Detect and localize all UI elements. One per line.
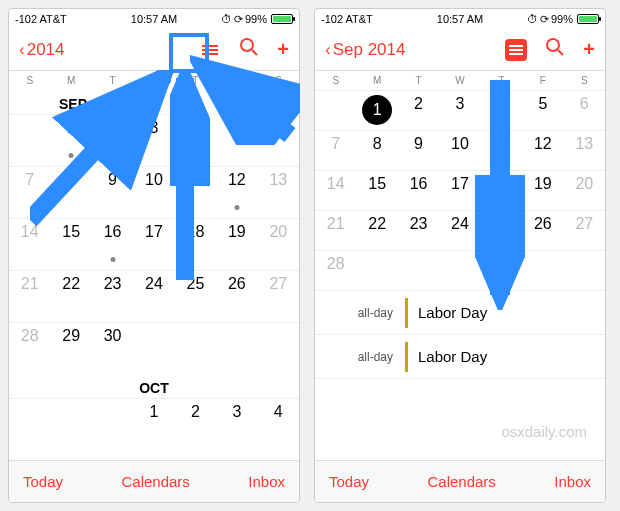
status-time: 10:57 AM <box>131 13 177 25</box>
dow-label: S <box>564 75 605 86</box>
calendar-day-cell[interactable]: 27 <box>258 270 299 322</box>
event-row[interactable]: all-dayLabor Day <box>315 291 605 335</box>
status-time: 10:57 AM <box>437 13 483 25</box>
calendar-day-cell[interactable]: 12 <box>522 130 563 170</box>
calendar-day-cell[interactable]: 12 <box>216 166 257 218</box>
calendar-grid-oct[interactable]: 1234 <box>9 398 299 438</box>
today-button[interactable]: Today <box>23 473 63 490</box>
calendar-day-cell[interactable]: 27 <box>564 210 605 250</box>
calendar-day-cell[interactable]: 7 <box>315 130 356 170</box>
calendar-day-cell[interactable]: 2 <box>398 90 439 130</box>
list-view-toggle[interactable] <box>505 39 527 61</box>
event-row[interactable]: all-dayLabor Day <box>315 335 605 379</box>
calendar-day-cell <box>9 398 50 438</box>
calendar-day-cell <box>216 322 257 374</box>
dow-label: M <box>356 75 397 86</box>
event-allday-label: all-day <box>315 350 405 364</box>
calendar-day-cell[interactable]: 5 <box>522 90 563 130</box>
calendar-day-cell[interactable]: 20 <box>564 170 605 210</box>
calendar-grid[interactable]: 1234567891011121314151617181920212223242… <box>315 90 605 290</box>
status-bar: -102 AT&T 10:57 AM ⏱ ⟳ 99% <box>9 9 299 29</box>
calendar-day-cell[interactable]: 4 <box>258 398 299 438</box>
back-button[interactable]: ‹ 2014 <box>19 40 65 60</box>
svg-line-3 <box>558 50 563 55</box>
calendar-day-cell[interactable]: 28 <box>9 322 50 374</box>
watermark-text: osxdaily.com <box>501 423 587 440</box>
event-title: Labor Day <box>418 348 487 365</box>
calendar-day-cell[interactable]: 6 <box>564 90 605 130</box>
calendar-day-cell <box>522 250 563 290</box>
event-list: all-dayLabor Dayall-dayLabor Day <box>315 290 605 379</box>
calendar-day-cell[interactable]: 3 <box>216 398 257 438</box>
calendar-day-cell <box>315 90 356 130</box>
calendar-day-cell <box>356 250 397 290</box>
inbox-button[interactable]: Inbox <box>554 473 591 490</box>
calendar-day-cell[interactable]: 13 <box>564 130 605 170</box>
calendar-day-cell[interactable]: 26 <box>522 210 563 250</box>
calendar-day-cell <box>175 322 216 374</box>
calendar-day-cell[interactable]: 14 <box>315 170 356 210</box>
rotation-lock-icon: ⟳ <box>234 13 243 26</box>
calendars-button[interactable]: Calendars <box>121 473 189 490</box>
calendar-day-cell[interactable]: 22 <box>356 210 397 250</box>
back-label: Sep 2014 <box>333 40 406 60</box>
month-label-oct: OCT <box>9 374 299 398</box>
status-right: ⏱ ⟳ 99% <box>221 13 293 26</box>
calendar-day-cell <box>398 250 439 290</box>
carrier-text: -102 AT&T <box>15 13 67 25</box>
calendar-day-cell[interactable]: 24 <box>133 270 174 322</box>
calendar-day-cell[interactable]: 28 <box>315 250 356 290</box>
calendar-day-cell[interactable]: 19 <box>522 170 563 210</box>
event-color-bar <box>405 342 408 372</box>
calendar-day-cell[interactable]: 30 <box>92 322 133 374</box>
carrier-text: -102 AT&T <box>321 13 373 25</box>
calendar-day-cell[interactable]: 20 <box>258 218 299 270</box>
alarm-icon: ⏱ <box>527 13 538 25</box>
calendar-day-cell[interactable]: 26 <box>216 270 257 322</box>
bottom-toolbar: Today Calendars Inbox <box>9 460 299 502</box>
calendar-day-cell[interactable]: 16 <box>398 170 439 210</box>
status-bar: -102 AT&T 10:57 AM ⏱ ⟳ 99% <box>315 9 605 29</box>
nav-bar: ‹ Sep 2014 + <box>315 29 605 71</box>
svg-line-6 <box>200 65 290 135</box>
day-of-week-header: SMTWTFS <box>315 71 605 90</box>
calendar-day-cell[interactable]: 19 <box>216 218 257 270</box>
annotation-arrow <box>190 55 300 145</box>
battery-pct: 99% <box>245 13 267 25</box>
event-allday-label: all-day <box>315 306 405 320</box>
calendar-day-cell[interactable]: 1 <box>356 90 397 130</box>
battery-icon <box>577 14 599 24</box>
calendar-day-cell[interactable]: 21 <box>315 210 356 250</box>
dow-label: S <box>315 75 356 86</box>
battery-pct: 99% <box>551 13 573 25</box>
calendar-day-cell[interactable]: 8 <box>356 130 397 170</box>
inbox-button[interactable]: Inbox <box>248 473 285 490</box>
calendar-day-cell[interactable]: 13 <box>258 166 299 218</box>
calendar-day-cell[interactable]: 23 <box>398 210 439 250</box>
today-button[interactable]: Today <box>329 473 369 490</box>
alarm-icon: ⏱ <box>221 13 232 25</box>
back-label: 2014 <box>27 40 65 60</box>
calendar-day-cell[interactable]: 22 <box>50 270 91 322</box>
calendar-day-cell <box>564 250 605 290</box>
calendar-day-cell[interactable]: 21 <box>9 270 50 322</box>
calendar-day-cell[interactable]: 9 <box>398 130 439 170</box>
calendar-day-cell <box>50 398 91 438</box>
calendar-day-cell[interactable]: 1 <box>133 398 174 438</box>
rotation-lock-icon: ⟳ <box>540 13 549 26</box>
calendar-day-cell[interactable]: 15 <box>356 170 397 210</box>
chevron-left-icon: ‹ <box>325 40 331 60</box>
back-button[interactable]: ‹ Sep 2014 <box>325 40 405 60</box>
battery-icon <box>271 14 293 24</box>
annotation-arrow <box>475 80 525 310</box>
calendars-button[interactable]: Calendars <box>427 473 495 490</box>
calendar-day-cell[interactable]: 23 <box>92 270 133 322</box>
calendar-day-cell <box>258 322 299 374</box>
calendar-day-cell[interactable]: 29 <box>50 322 91 374</box>
add-button[interactable]: + <box>583 38 595 61</box>
svg-line-4 <box>30 75 165 220</box>
status-right: ⏱ ⟳ 99% <box>527 13 599 26</box>
calendar-day-cell <box>133 322 174 374</box>
calendar-day-cell[interactable]: 2 <box>175 398 216 438</box>
search-icon[interactable] <box>545 37 565 62</box>
